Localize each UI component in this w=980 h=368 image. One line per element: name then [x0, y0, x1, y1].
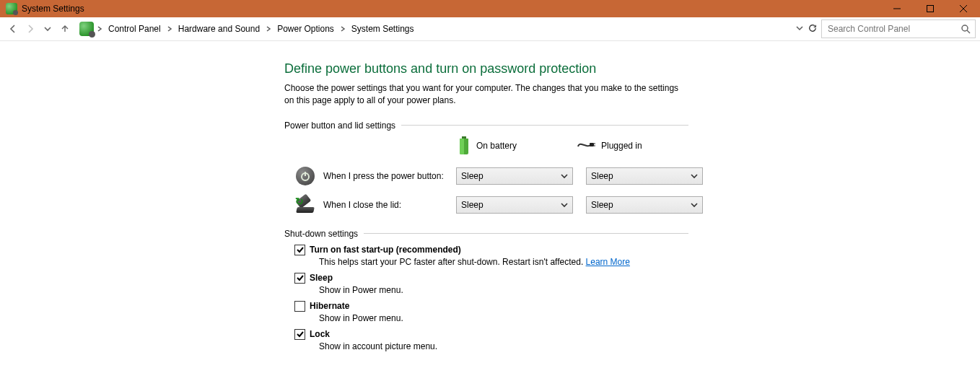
refresh-button[interactable]	[808, 24, 817, 35]
svg-rect-6	[462, 136, 466, 139]
svg-rect-1	[927, 6, 934, 12]
lock-desc: Show in account picture menu.	[319, 341, 977, 351]
crumb-system-settings[interactable]: System Settings	[349, 22, 417, 35]
row-close-lid-label: When I close the lid:	[323, 200, 456, 210]
page-title: Define power buttons and turn on passwor…	[284, 61, 977, 76]
recent-locations-button[interactable]	[39, 20, 56, 38]
learn-more-link[interactable]: Learn More	[586, 257, 630, 267]
checkbox-sleep-row: Sleep	[294, 273, 977, 284]
chevron-right-icon[interactable]	[97, 24, 102, 34]
select-power-button-battery[interactable]: Sleep	[456, 167, 573, 185]
chevron-down-icon	[561, 172, 568, 180]
title-bar: System Settings	[0, 0, 980, 17]
select-lid-plugged[interactable]: Sleep	[586, 196, 703, 214]
checkbox-lock-row: Lock	[294, 329, 977, 340]
svg-rect-7	[590, 143, 594, 146]
app-icon	[6, 3, 17, 14]
checkbox-fast-startup-label: Turn on fast start-up (recommended)	[310, 245, 461, 255]
hibernate-desc: Show in Power menu.	[319, 313, 977, 323]
select-power-button-plugged[interactable]: Sleep	[586, 167, 703, 185]
checkbox-sleep-label: Sleep	[310, 273, 333, 283]
checkbox-hibernate-label: Hibernate	[310, 301, 349, 311]
chevron-down-icon	[691, 201, 698, 209]
row-power-button-label: When I press the power button:	[323, 171, 456, 181]
address-dropdown-button[interactable]	[795, 24, 804, 35]
window-title: System Settings	[22, 4, 84, 14]
chevron-down-icon	[561, 201, 568, 209]
search-box[interactable]	[821, 19, 976, 38]
search-input[interactable]	[826, 23, 961, 35]
page-description: Choose the power settings that you want …	[284, 82, 688, 108]
row-close-lid: ↻ When I close the lid: Sleep Sleep	[294, 194, 977, 216]
chevron-right-icon[interactable]	[167, 24, 172, 34]
checkbox-lock-label: Lock	[310, 329, 330, 339]
crumb-power-options[interactable]: Power Options	[274, 22, 337, 35]
control-panel-icon[interactable]	[79, 22, 94, 36]
checkbox-fast-startup-row: Turn on fast start-up (recommended)	[294, 245, 977, 255]
battery-icon	[458, 136, 471, 155]
col-plugged-in-label: Plugged in	[601, 141, 642, 151]
maximize-button[interactable]	[914, 0, 947, 17]
power-columns-header: On battery Plugged in	[458, 136, 977, 155]
group-label: Power button and lid settings	[284, 121, 395, 131]
fast-startup-desc: This helps start your PC faster after sh…	[319, 257, 977, 267]
select-lid-battery[interactable]: Sleep	[456, 196, 573, 214]
main-content: Define power buttons and turn on passwor…	[284, 41, 977, 351]
back-button[interactable]	[4, 20, 22, 38]
checkbox-sleep[interactable]	[294, 273, 305, 284]
svg-line-5	[967, 30, 970, 33]
plug-icon	[577, 141, 595, 151]
group-power-button-lid: Power button and lid settings	[284, 121, 688, 131]
breadcrumb: Control Panel Hardware and Sound Power O…	[105, 22, 417, 35]
minimize-button[interactable]	[880, 0, 914, 17]
group-label: Shut-down settings	[284, 229, 358, 239]
sleep-desc: Show in Power menu.	[319, 285, 977, 295]
up-button[interactable]	[56, 20, 74, 38]
lid-icon: ↻	[294, 194, 316, 216]
chevron-right-icon[interactable]	[340, 24, 346, 34]
chevron-down-icon	[691, 172, 698, 180]
checkbox-hibernate-row: Hibernate	[294, 301, 977, 312]
forward-button[interactable]	[22, 20, 39, 38]
nav-bar: Control Panel Hardware and Sound Power O…	[0, 17, 980, 41]
col-on-battery: On battery	[458, 136, 577, 155]
close-button[interactable]	[947, 0, 980, 17]
row-power-button: When I press the power button: Sleep Sle…	[294, 165, 977, 187]
svg-point-4	[962, 25, 968, 31]
checkbox-lock[interactable]	[294, 329, 305, 340]
search-icon	[961, 24, 971, 34]
crumb-control-panel[interactable]: Control Panel	[105, 22, 164, 35]
col-plugged-in: Plugged in	[577, 141, 696, 151]
chevron-right-icon[interactable]	[266, 24, 271, 34]
crumb-hardware-and-sound[interactable]: Hardware and Sound	[175, 22, 263, 35]
group-shut-down: Shut-down settings	[284, 229, 688, 239]
col-on-battery-label: On battery	[476, 141, 517, 151]
checkbox-fast-startup[interactable]	[294, 245, 305, 255]
checkbox-hibernate[interactable]	[294, 301, 305, 312]
power-button-icon	[294, 165, 316, 187]
